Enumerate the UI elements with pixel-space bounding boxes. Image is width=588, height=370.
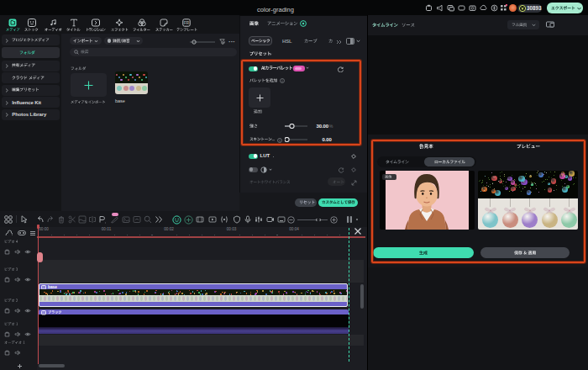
svg-text:FR: FR: [184, 20, 190, 24]
